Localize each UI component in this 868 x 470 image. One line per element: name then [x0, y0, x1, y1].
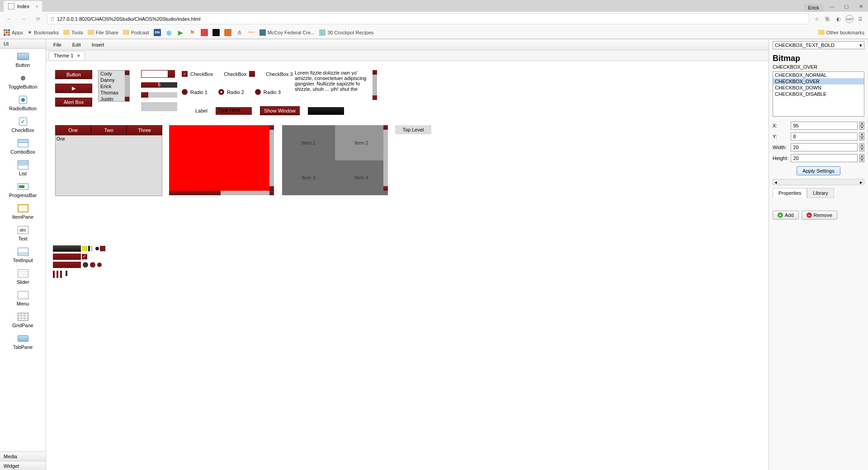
tab-library[interactable]: Library — [807, 188, 834, 198]
preview-checkbox-2[interactable]: CheckBox — [224, 71, 255, 77]
preview-radio-2[interactable]: Radio 2 — [218, 89, 244, 95]
bitmap-list[interactable]: CHECKBOX_NORMAL CHECKBOX_OVER CHECKBOX_D… — [773, 71, 864, 117]
add-button[interactable]: +Add — [773, 211, 799, 220]
remove-button[interactable]: −Remove — [802, 211, 837, 220]
ext-icon-2[interactable]: ✻ — [165, 29, 173, 36]
preview-radio-3[interactable]: Radio 3 — [255, 89, 281, 95]
bookmark-crockpot[interactable]: 30 Crockpot Recipes — [319, 29, 373, 36]
list-item[interactable]: CHECKBOX_NORMAL — [773, 72, 864, 78]
preview-radio-1[interactable]: Radio 1 — [182, 89, 208, 95]
y-stepper[interactable]: ▴▾ — [859, 132, 864, 141]
palette-tabpane[interactable]: TabPane — [0, 331, 46, 352]
palette-textinput[interactable]: TextInput — [0, 244, 46, 266]
width-stepper[interactable]: ▴▾ — [859, 143, 864, 151]
url-bar[interactable]: 🗋 127.0.0.1:8020/CHAOS%20Studio/CHAOS%20… — [47, 14, 809, 24]
state-dropdown[interactable]: CHECKBOX_TEXT_BOLD▾ — [773, 41, 864, 49]
star-icon[interactable]: ☆ — [813, 15, 821, 23]
menu-file[interactable]: File — [48, 40, 67, 49]
ext-icon-3[interactable]: ▶ — [177, 29, 184, 36]
ext-icon-4[interactable]: ⚑ — [189, 29, 196, 36]
forward-icon[interactable]: → — [18, 14, 29, 24]
preview-tabpane[interactable]: One Two Three One — [55, 125, 162, 196]
scrollbar-icon[interactable] — [169, 191, 274, 195]
other-bookmarks[interactable]: Other bookmarks — [818, 30, 864, 35]
menu-edit[interactable]: Edit — [67, 40, 86, 49]
left-footer-widget[interactable]: Widget — [0, 461, 46, 470]
apply-settings-button[interactable]: Apply Settings — [797, 166, 840, 175]
ext-icon-7[interactable] — [224, 29, 231, 36]
scrollbar-icon[interactable] — [125, 70, 129, 101]
y-input[interactable] — [791, 132, 858, 141]
list-item[interactable]: CHECKBOX_OVER — [773, 78, 864, 85]
preview-checkbox-1[interactable]: ✓CheckBox — [182, 71, 213, 77]
preview-alertbox-button[interactable]: Alert Box — [55, 98, 92, 107]
noscript-icon[interactable]: ◐ — [835, 15, 843, 23]
user-chip[interactable]: Erick — [804, 4, 824, 12]
palette-button[interactable]: Button — [0, 49, 46, 70]
height-stepper[interactable]: ▴▾ — [859, 154, 864, 162]
nav-bar: ← → ⟳ 🗋 127.0.0.1:8020/CHAOS%20Studio/CH… — [0, 12, 868, 26]
bookmark-tools[interactable]: Tools — [63, 30, 83, 35]
palette-radiobutton[interactable]: RadioButton — [0, 92, 46, 114]
maximize-icon[interactable]: ▢ — [839, 1, 854, 12]
height-input[interactable] — [791, 154, 858, 162]
close-window-icon[interactable]: ✕ — [854, 1, 868, 12]
ext-icon-6[interactable] — [212, 29, 220, 36]
menu-icon[interactable]: ☰ — [856, 15, 864, 23]
preview-play-button[interactable]: ▶ — [55, 84, 92, 93]
bookmark-bookmarks[interactable]: ★Bookmarks — [28, 29, 59, 35]
preview-red-pane[interactable] — [169, 125, 274, 195]
evernote-icon[interactable]: 🐘 — [824, 15, 832, 23]
menu-insert[interactable]: Insert — [86, 40, 110, 49]
palette-gridpane[interactable]: GridPane — [0, 309, 46, 331]
scrollbar-icon[interactable] — [269, 125, 274, 191]
list-item[interactable]: CHECKBOX_DOWN — [773, 85, 864, 91]
horizontal-scrollbar[interactable]: ◂▸ — [773, 179, 864, 185]
preview-combobox[interactable] — [141, 70, 175, 78]
preview-textinput[interactable]: Type Here — [216, 107, 252, 115]
palette-togglebutton[interactable]: ToggleButton — [0, 70, 46, 92]
list-item[interactable]: CHECKBOX_DISABLE — [773, 91, 864, 97]
scrollbar-icon[interactable] — [383, 125, 388, 191]
bookmark-fileshare[interactable]: File Share — [88, 30, 118, 35]
left-footer-media[interactable]: Media — [0, 451, 46, 461]
palette-itempane[interactable]: ItemPane — [0, 201, 46, 222]
preview-menu[interactable]: Top Level — [395, 125, 431, 134]
ext-icon-8[interactable]: ⋔ — [236, 29, 243, 36]
palette-menu[interactable]: Menu — [0, 287, 46, 309]
close-icon[interactable]: × — [77, 53, 80, 58]
left-header-ui[interactable]: UI — [0, 39, 46, 49]
palette-combobox[interactable]: ComboBox — [0, 136, 46, 157]
preview-show-window-button[interactable]: Show Window — [260, 106, 300, 115]
preview-black-button[interactable] — [308, 107, 344, 115]
preview-checkbox-3[interactable]: CheckBox 3 — [266, 71, 292, 77]
x-input[interactable] — [791, 122, 858, 130]
bookmark-podcast[interactable]: Podcast — [123, 30, 149, 35]
ext-icon-9[interactable]: 〰 — [248, 29, 255, 36]
browser-tab[interactable]: Index × — [4, 1, 42, 12]
preview-lone-scrollbar[interactable] — [373, 70, 377, 100]
tab-properties[interactable]: Properties — [773, 188, 807, 198]
width-input[interactable] — [791, 143, 858, 151]
palette-progressbar[interactable]: ProgressBar — [0, 179, 46, 201]
canvas[interactable]: Button ▶ Alert Box CodyDannyErickThomasJ… — [46, 61, 769, 470]
palette-checkbox[interactable]: ✓CheckBox — [0, 114, 46, 136]
preview-listbox[interactable]: CodyDannyErickThomasJustin — [98, 70, 130, 102]
preview-gridpane[interactable]: Item 1 Item 2 Item 3 Item 4 — [282, 125, 388, 195]
palette-slider[interactable]: Slider — [0, 266, 46, 287]
minimize-icon[interactable]: — — [825, 1, 839, 12]
apps-button[interactable]: Apps — [4, 29, 23, 36]
palette-text[interactable]: abcText — [0, 222, 46, 244]
preview-button[interactable]: Button — [55, 70, 92, 79]
x-stepper[interactable]: ▴▾ — [859, 122, 864, 130]
reload-icon[interactable]: ⟳ — [33, 14, 43, 24]
back-icon[interactable]: ← — [4, 14, 14, 24]
preview-slider[interactable]: 5 — [141, 82, 177, 88]
ext-icon-5[interactable] — [201, 29, 208, 36]
palette-list[interactable]: List — [0, 157, 46, 179]
abp-icon[interactable]: ABP — [845, 15, 854, 23]
bookmark-mccoy[interactable]: McCoy Federal Cre... — [259, 29, 315, 36]
close-icon[interactable]: × — [35, 4, 38, 9]
ext-icon-1[interactable]: DN — [154, 29, 161, 36]
doc-tab-theme1[interactable]: Theme 1 × — [49, 51, 85, 60]
